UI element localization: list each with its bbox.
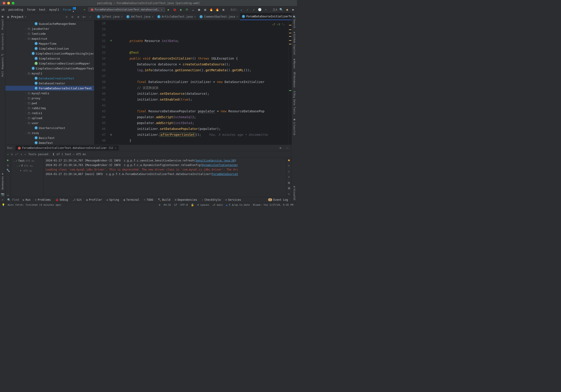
tree-node[interactable]: CDemoTest [5,140,94,145]
tool-tab-build[interactable]: 🔨Build [156,198,172,202]
close-icon[interactable]: × [115,146,116,149]
tree-node[interactable]: CBasicTest [5,135,94,140]
editor-tab[interactable]: CXmlTest.java× [125,13,155,20]
close-icon[interactable] [3,2,5,4]
flame2-icon[interactable]: 🔥 [215,7,220,12]
left-toolwindow-bar[interactable]: Project▦ Structure⌬ Pull Requests⎇ Bookm… [0,13,5,202]
lock-icon[interactable]: 🔓 [191,203,194,206]
ide-icon[interactable]: ● [285,7,290,12]
tool-tab-checkstyle[interactable]: ✓CheckStyle [200,198,223,202]
select-opened-icon[interactable]: ⊙ [64,15,69,19]
tree-node[interactable]: ›🗀javabetter [5,26,94,31]
git-commit-icon[interactable]: ✓ [245,7,250,12]
editor-tabs[interactable]: CIpTest.java×CXmlTest.java×CArticleDaoTe… [94,13,291,20]
tool-tab-problems[interactable]: ⊘Problems [33,198,53,202]
flame-icon[interactable]: 🔥 [209,7,214,12]
tree-node[interactable]: ›🗀leetcode [5,31,94,36]
tree-node[interactable]: CSimpleDestinationMapperUsingInjectedSer… [5,51,94,56]
tree-node[interactable]: ›🗀upload [5,116,94,120]
tab-copilot[interactable]: ⊚GitHub Copilot [292,30,296,57]
tree-node[interactable]: ›🗀pwd [5,101,94,106]
down-icon[interactable]: ↓ [288,170,290,173]
error-stripe[interactable] [288,20,291,145]
right-toolwindow-bar[interactable]: 🔍Search ⊚GitHub Copilot mMaven 🗄Database… [291,13,297,202]
run-tab[interactable]: ⬤ ForumDataSourceInitializerTest.dataSou… [16,146,119,150]
tool-tab-dependencies[interactable]: ⊞Dependencies [173,198,199,202]
debug-icon[interactable]: 🐞 [173,7,177,12]
tree-node[interactable]: CDatabaseCreator [5,81,94,86]
settings-icon[interactable]: ⚙▾ [82,15,86,19]
tree-node[interactable]: CMapperTime [5,41,94,46]
tree-node[interactable]: ›🗀rabbitmq [5,106,94,111]
zoom-icon[interactable] [12,2,14,4]
tab-maven[interactable]: mMaven [292,57,296,70]
copilot-icon[interactable]: ⊚ [159,203,161,206]
users-icon[interactable]: 👥▾ [72,7,77,12]
wrench-icon[interactable]: 🔧 [6,169,10,172]
tree-node[interactable]: ›🗀redis1 [5,111,94,116]
tool-tab-services[interactable]: ⊕Services [223,198,243,202]
test-node[interactable]: ⌄ ✓ Test 475 ms [11,158,43,163]
tab-pull-requests[interactable]: Pull Requests⎇ [1,52,4,78]
stop-icon[interactable]: ■ [221,7,226,12]
tool-tab-run[interactable]: ▶Run [21,198,32,202]
gutter[interactable]: 2829303132333435363738394041424344454647… [94,20,108,145]
hammer-icon[interactable]: ⬅ [82,7,87,12]
run-config-selector[interactable]: ⬤ ForumDataSourceInitializerTest.dataSou… [88,7,165,12]
run-side-toolbar[interactable]: ▶ ↻ 🔧 » [5,158,11,197]
attach2-icon[interactable]: ▦ [197,7,202,12]
print-icon[interactable]: 🖶 [288,187,291,190]
hide-icon[interactable]: — [88,15,92,19]
window-controls[interactable] [0,2,14,4]
sort-icon[interactable]: ↓ᵅ [15,153,18,156]
hide-icon[interactable]: — [285,146,290,150]
event-log[interactable]: 1Event Log [266,198,290,202]
tool-tab-debug[interactable]: 🐞Debug [54,198,70,202]
code-area[interactable]: 2829303132333435363738394041424344454647… [94,20,291,145]
run-icon[interactable]: ▶ [7,158,9,162]
run-icon[interactable]: ▶ [166,7,171,12]
tree-node[interactable]: ⌄🗀mysql1 [5,71,94,76]
git-push-icon[interactable]: ↗ [251,7,256,12]
attach-icon[interactable]: … [191,7,195,12]
ok-icon[interactable]: ✓ [7,153,9,156]
tool-tab-git[interactable]: ⎇Git [71,198,84,202]
run-anything-icon[interactable]: ⟳ [184,7,189,12]
tab-visualgc[interactable]: ⊞VisualGC [292,184,296,202]
gear-icon[interactable]: ⚙ [278,146,283,150]
tips-icon[interactable]: 💡 [2,203,5,206]
git-rollback-icon[interactable]: ↶ [263,7,268,12]
tab-project[interactable]: Project▦ [1,13,4,31]
console-toolbar[interactable]: ● ↑ ↓ ⬇ ▤ 🖶 » [286,158,291,197]
scroll-icon[interactable]: ▤ [288,181,290,184]
minimize-icon[interactable] [7,2,10,4]
console[interactable]: 2024-01-27 21:29:14,707 [MessageBroker-3… [44,158,286,197]
branch-icon[interactable]: ⎇ main [212,203,223,206]
tool-tab-todo[interactable]: ✎TODO [142,198,155,202]
run-gutter-icon[interactable]: ⟳ [110,39,112,42]
tree-node[interactable]: CSimpleSource [5,56,94,61]
test-node[interactable]: • 475 ms [11,168,43,173]
git-update-icon[interactable]: ↙ [239,7,244,12]
editor-tab[interactable]: CForumDataSourceInitializerTest.java× [240,13,297,20]
block-icon[interactable]: ⊘ [11,153,13,156]
tab-structure[interactable]: Structure⌬ [1,31,4,52]
camera-icon[interactable]: 📷 [1,192,4,196]
tool-tab-terminal[interactable]: ▣Terminal [122,198,141,202]
search-icon[interactable]: 🔍 [279,7,283,12]
gutter-icons[interactable]: ⟳@ [108,20,114,145]
coverage-icon[interactable]: ◉ [179,7,183,12]
test-node[interactable]: ⌄ ✓ F 475 ms [11,163,43,168]
tool-tab-spring[interactable]: ✿Spring [105,198,121,202]
translate-icon[interactable]: 文A [273,7,277,12]
tree-node[interactable]: CForumDataSourceInitializerTest [5,86,94,91]
test-tree[interactable]: ⌄ ✓ Test 475 ms⌄ ✓ F 475 ms• 475 ms [11,158,44,197]
override-icon[interactable]: @ [110,133,112,136]
tree-node[interactable]: ›🗀proxy [5,96,94,101]
inspections[interactable]: ⚠7 ✓3 ⌃⌄ [271,21,286,28]
tab-database[interactable]: 🗄Database [292,70,296,89]
jb-icon[interactable]: ▶ [291,7,296,12]
tree-node[interactable]: ISimpleSourceDestinationMapper [5,61,94,66]
editor-tab[interactable]: CCommentDaoTest.java× [198,13,240,20]
arrow-icon[interactable]: » [1,198,4,201]
